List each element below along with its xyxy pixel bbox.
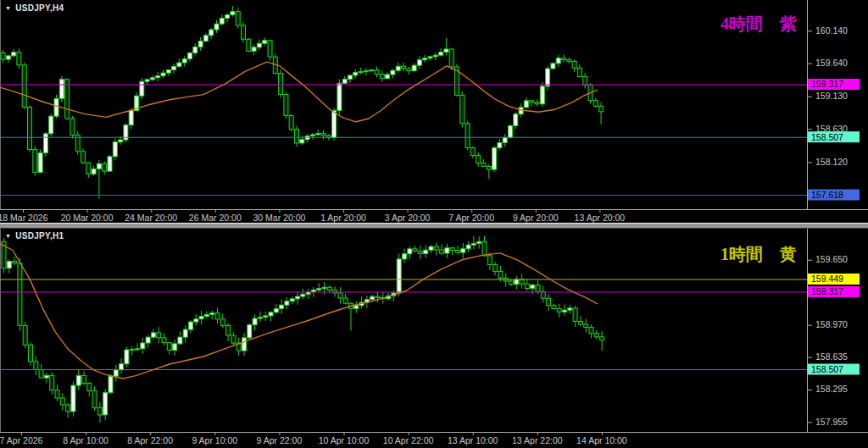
svg-text:159.650: 159.650	[815, 254, 848, 264]
svg-text:158.507: 158.507	[811, 132, 843, 142]
svg-text:9 Apr 20:00: 9 Apr 20:00	[513, 213, 559, 223]
svg-text:13 Apr 10:00: 13 Apr 10:00	[448, 435, 498, 445]
svg-text:8 Apr 22:00: 8 Apr 22:00	[127, 435, 173, 445]
svg-text:3 Apr 20:00: 3 Apr 20:00	[385, 213, 431, 223]
trading-terminal: 160.140159.640159.130158.630158.12018 Ma…	[0, 0, 868, 448]
svg-text:160.140: 160.140	[815, 25, 848, 36]
price-badge-157.618: 157.618	[808, 189, 860, 200]
h4-candles-layer[interactable]	[1, 6, 604, 198]
svg-text:158.120: 158.120	[815, 157, 848, 167]
svg-text:13 Apr 20:00: 13 Apr 20:00	[575, 213, 626, 223]
svg-text:9 Apr 22:00: 9 Apr 22:00	[257, 435, 303, 445]
svg-text:18 Mar 2026: 18 Mar 2026	[0, 213, 48, 223]
svg-text:159.317: 159.317	[811, 286, 843, 296]
h4-timeframe-annotation: 4時間 紫	[721, 13, 797, 36]
svg-text:24 Mar 20:00: 24 Mar 20:00	[125, 213, 177, 223]
h4-window-title[interactable]: ▼ USDJPY,H4	[5, 3, 64, 13]
svg-text:157.955: 157.955	[815, 417, 848, 427]
svg-text:10 Apr 22:00: 10 Apr 22:00	[383, 435, 434, 445]
price-badge-159.449: 159.449	[808, 274, 860, 285]
price-badge-159.317: 159.317	[808, 79, 860, 90]
h1-ma-line	[0, 244, 598, 379]
svg-text:14 Apr 10:00: 14 Apr 10:00	[576, 435, 627, 445]
svg-text:158.507: 158.507	[811, 364, 843, 374]
svg-text:10 Apr 10:00: 10 Apr 10:00	[319, 435, 370, 445]
svg-text:158.635: 158.635	[815, 351, 848, 362]
svg-text:7 Apr 2026: 7 Apr 2026	[0, 435, 43, 445]
svg-text:7 Apr 20:00: 7 Apr 20:00	[448, 213, 494, 223]
symbol-dropdown-icon[interactable]: ▼	[5, 233, 11, 239]
svg-text:20 Mar 20:00: 20 Mar 20:00	[61, 213, 114, 223]
svg-text:159.130: 159.130	[815, 91, 848, 101]
h4-symbol-label: USDJPY,H4	[15, 3, 64, 13]
svg-text:13 Apr 22:00: 13 Apr 22:00	[512, 435, 563, 445]
svg-text:158.295: 158.295	[815, 384, 848, 394]
svg-text:30 Mar 20:00: 30 Mar 20:00	[253, 213, 305, 223]
svg-text:9 Apr 10:00: 9 Apr 10:00	[192, 435, 237, 445]
h1-candles-layer[interactable]	[2, 236, 604, 423]
svg-text:1 Apr 20:00: 1 Apr 20:00	[320, 213, 366, 223]
symbol-dropdown-icon[interactable]: ▼	[5, 5, 11, 11]
h1-window-title[interactable]: ▼ USDJPY,H1	[5, 231, 64, 241]
price-badge-159.317: 159.317	[808, 286, 860, 297]
price-badge-158.507: 158.507	[808, 363, 860, 374]
svg-text:159.449: 159.449	[811, 274, 843, 284]
svg-text:157.618: 157.618	[811, 190, 843, 200]
window-divider[interactable]	[0, 223, 868, 229]
svg-text:158.970: 158.970	[815, 319, 848, 329]
h4-ma-line	[0, 62, 598, 122]
h1-timeframe-annotation: 1時間 黄	[721, 243, 797, 266]
h1-symbol-label: USDJPY,H1	[15, 231, 64, 241]
price-badge-158.507: 158.507	[808, 131, 860, 142]
svg-text:8 Apr 10:00: 8 Apr 10:00	[63, 435, 108, 445]
svg-text:26 Mar 20:00: 26 Mar 20:00	[189, 213, 242, 223]
svg-text:159.317: 159.317	[811, 79, 843, 89]
svg-text:159.640: 159.640	[815, 58, 848, 68]
